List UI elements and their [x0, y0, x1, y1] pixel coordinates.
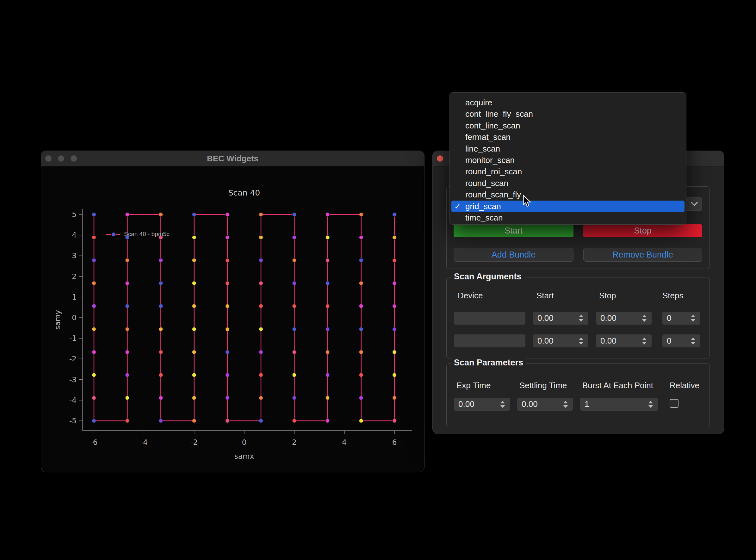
- scan-arguments-title: Scan Arguments: [451, 272, 525, 282]
- start-spinbox[interactable]: 0.00: [533, 312, 588, 325]
- burst-spinbox[interactable]: 1: [580, 398, 658, 411]
- svg-text:5: 5: [72, 211, 77, 219]
- svg-text:-2: -2: [190, 438, 198, 446]
- dropdown-item[interactable]: monitor_scan: [450, 154, 686, 166]
- dropdown-item[interactable]: fermat_scan: [450, 131, 686, 143]
- dropdown-item[interactable]: cont_line_scan: [450, 120, 686, 131]
- device-input[interactable]: [454, 335, 525, 347]
- y-axis-label: samy: [54, 310, 62, 330]
- plot-title: Scan 40: [228, 188, 260, 197]
- settling-time-spinbox[interactable]: 0.00: [517, 398, 573, 411]
- dropdown-item[interactable]: cont_line_fly_scan: [450, 108, 686, 120]
- svg-text:-4: -4: [69, 396, 77, 404]
- steps-spinbox[interactable]: 0: [662, 335, 700, 347]
- dropdown-item[interactable]: round_scan: [450, 178, 686, 189]
- spinner-arrows-icon[interactable]: [646, 401, 658, 408]
- scan-plot: Scan 40-6-4-20246543210-1-2-3-4-5samxsam…: [41, 151, 425, 473]
- svg-text:-6: -6: [90, 438, 98, 446]
- bec-widgets-window: Scan 40-6-4-20246543210-1-2-3-4-5samxsam…: [41, 151, 425, 472]
- stop-spinbox[interactable]: 0.00: [596, 312, 652, 325]
- stop-header: Stop: [599, 291, 616, 301]
- dropdown-item-label: grid_scan: [465, 202, 501, 211]
- dropdown-item[interactable]: acquire: [450, 97, 686, 108]
- steps-header: Steps: [662, 291, 683, 301]
- scan-parameters-title: Scan Parameters: [451, 358, 526, 368]
- chevron-down-icon: [689, 199, 700, 209]
- spinner-arrows-icon[interactable]: [688, 315, 700, 322]
- svg-text:3: 3: [72, 252, 77, 260]
- spinner-arrows-icon[interactable]: [639, 315, 652, 322]
- spinner-arrows-icon[interactable]: [688, 338, 700, 344]
- relative-checkbox[interactable]: [670, 399, 678, 408]
- legend-point-icon: [111, 232, 116, 237]
- dropdown-item[interactable]: round_roi_scan: [450, 166, 686, 177]
- spinner-arrows-icon[interactable]: [561, 401, 573, 408]
- burst-header: Burst At Each Point: [583, 381, 653, 391]
- spinner-arrows-icon[interactable]: [576, 315, 588, 322]
- start-spinbox[interactable]: 0.00: [533, 335, 588, 347]
- svg-text:2: 2: [72, 273, 77, 281]
- dropdown-item-selected[interactable]: ✓ grid_scan: [451, 201, 685, 212]
- svg-text:4: 4: [342, 438, 347, 446]
- start-button[interactable]: Start: [454, 224, 573, 237]
- remove-bundle-button[interactable]: Remove Bundle: [583, 248, 702, 262]
- svg-text:0: 0: [72, 314, 77, 322]
- exp-time-header: Exp Time: [456, 381, 491, 391]
- add-bundle-button[interactable]: Add Bundle: [454, 248, 573, 262]
- check-icon: ✓: [454, 201, 461, 212]
- legend-label: Scan 40 - bpm5c: [124, 231, 169, 238]
- scan-select-dropdown: acquire cont_line_fly_scan cont_line_sca…: [449, 93, 687, 225]
- svg-text:1: 1: [72, 293, 77, 301]
- plot-legend[interactable]: Scan 40 - bpm5c: [106, 231, 169, 238]
- dropdown-item[interactable]: line_scan: [450, 143, 686, 154]
- svg-text:6: 6: [392, 438, 397, 446]
- stop-spinbox[interactable]: 0.00: [596, 335, 652, 347]
- stop-button[interactable]: Stop: [583, 224, 702, 237]
- svg-text:-3: -3: [69, 376, 77, 384]
- device-input[interactable]: [454, 312, 525, 325]
- spinner-arrows-icon[interactable]: [498, 401, 510, 408]
- device-header: Device: [458, 291, 483, 301]
- svg-text:4: 4: [72, 231, 77, 239]
- dropdown-item[interactable]: round_scan_fly: [450, 189, 686, 200]
- svg-text:2: 2: [292, 438, 297, 446]
- spinner-arrows-icon[interactable]: [576, 338, 588, 344]
- relative-header: Relative: [670, 381, 699, 391]
- start-header: Start: [536, 291, 554, 301]
- spinner-arrows-icon[interactable]: [639, 338, 652, 344]
- scan-parameters-group: Scan Parameters Exp Time Settling Time B…: [446, 363, 710, 427]
- svg-text:-2: -2: [69, 355, 77, 363]
- x-axis-label: samx: [234, 452, 254, 460]
- dropdown-item[interactable]: time_scan: [450, 212, 686, 223]
- svg-text:-5: -5: [69, 417, 77, 425]
- svg-text:-4: -4: [140, 438, 148, 446]
- plot-window-titlebar[interactable]: BEC Widgets: [41, 151, 424, 166]
- settling-time-header: Settling Time: [519, 381, 567, 391]
- exp-time-spinbox[interactable]: 0.00: [454, 398, 510, 411]
- legend-line-sample: [106, 234, 120, 235]
- svg-text:0: 0: [242, 438, 247, 446]
- close-button[interactable]: [437, 155, 443, 162]
- window-title: BEC Widgets: [41, 151, 424, 166]
- svg-text:-1: -1: [69, 334, 77, 342]
- scan-arguments-group: Scan Arguments Device Start Stop Steps 0…: [446, 277, 710, 358]
- steps-spinbox[interactable]: 0: [662, 312, 700, 325]
- mouse-cursor: [523, 195, 531, 210]
